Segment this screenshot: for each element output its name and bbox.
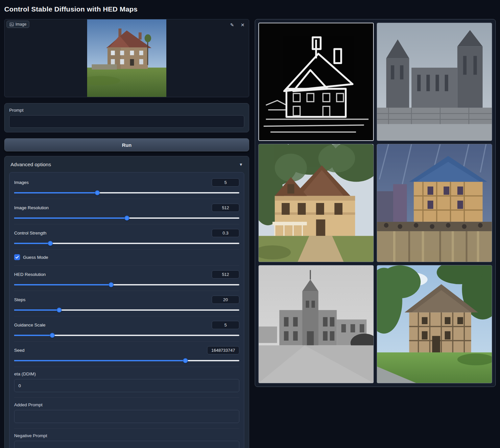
hed-map-image	[259, 23, 373, 140]
eta-block: eta (DDIM)	[14, 367, 239, 398]
prompt-input[interactable]	[9, 115, 244, 128]
hed-resolution-value-box[interactable]: 512	[212, 270, 239, 279]
hed-resolution-slider-block: HED Resolution 512	[14, 266, 239, 291]
control-strength-slider-label: Control Strength	[14, 231, 46, 235]
added-prompt-block: Added Prompt	[14, 398, 239, 429]
steps-slider-thumb[interactable]	[57, 308, 62, 313]
advanced-options-header[interactable]: Advanced options ▼	[9, 161, 244, 172]
guess-mode-checkbox[interactable]	[14, 254, 20, 260]
control-strength-slider[interactable]	[14, 243, 239, 244]
advanced-options-panel: Advanced options ▼ Images 5	[4, 156, 249, 448]
guidance-scale-slider-thumb[interactable]	[50, 333, 55, 338]
control-strength-slider-thumb[interactable]	[48, 241, 53, 246]
image-resolution-slider-thumb[interactable]	[124, 216, 129, 221]
control-strength-slider-block: Control Strength 0.3	[14, 224, 239, 250]
images-slider[interactable]	[14, 192, 239, 193]
run-button[interactable]: Run	[4, 138, 249, 151]
added-prompt-label: Added Prompt	[14, 402, 239, 407]
images-slider-thumb[interactable]	[95, 190, 100, 195]
victorian-house-image	[259, 144, 373, 262]
accordion-collapse-icon: ▼	[239, 162, 243, 167]
guidance-scale-slider[interactable]	[14, 335, 239, 336]
edit-image-icon[interactable]: ✎	[228, 21, 236, 29]
steps-slider-block: Steps 20	[14, 291, 239, 316]
hed-resolution-slider-thumb[interactable]	[108, 282, 113, 287]
hed-resolution-slider-label: HED Resolution	[14, 272, 46, 277]
prompt-panel: Prompt	[4, 103, 249, 132]
control-strength-value-box[interactable]: 0.3	[212, 229, 239, 237]
main-layout: Image ✎ ✕	[4, 19, 496, 448]
images-slider-label: Images	[14, 180, 29, 185]
gallery-item-rainy-painting[interactable]	[377, 144, 492, 262]
steps-slider-label: Steps	[14, 297, 26, 302]
negative-prompt-input[interactable]	[14, 441, 239, 448]
gallery-item-hed-map[interactable]	[258, 23, 374, 141]
negative-prompt-block: Negative Prompt	[14, 429, 239, 448]
run-wrap: Run	[4, 138, 249, 150]
added-prompt-input[interactable]	[14, 410, 239, 423]
guidance-scale-slider-block: Guidance Scale 5	[14, 316, 239, 342]
gallery-item-cathedral[interactable]	[377, 23, 492, 141]
eta-input[interactable]	[14, 379, 239, 392]
guess-mode-row[interactable]: Guess Mode	[14, 254, 239, 260]
page-title: Control Stable Diffusion with HED Maps	[4, 5, 496, 13]
check-icon	[15, 255, 19, 259]
advanced-options-body: Images 5 Image Resolution 512	[9, 172, 244, 448]
guidance-scale-value-box[interactable]: 5	[212, 321, 239, 329]
advanced-options-title: Advanced options	[11, 162, 51, 168]
steps-value-box[interactable]: 20	[212, 296, 239, 304]
seed-slider[interactable]	[14, 360, 239, 361]
cathedral-image	[377, 23, 492, 141]
seed-slider-block: Seed 1648733747	[14, 342, 239, 367]
image-chip: Image	[7, 21, 29, 28]
bw-building-image	[259, 265, 373, 383]
seed-slider-thumb[interactable]	[183, 358, 188, 363]
controls-column: Image ✎ ✕	[4, 19, 249, 448]
guidance-scale-slider-label: Guidance Scale	[14, 323, 45, 327]
image-chip-label: Image	[15, 22, 26, 27]
page: Control Stable Diffusion with HED Maps I…	[0, 0, 500, 448]
image-icon	[10, 22, 14, 27]
prompt-label: Prompt	[9, 108, 244, 113]
eta-label: eta (DDIM)	[14, 371, 239, 376]
image-resolution-slider-block: Image Resolution 512	[14, 199, 239, 224]
gallery-item-victorian-house[interactable]	[258, 144, 374, 262]
results-column	[255, 19, 496, 387]
image-resolution-slider[interactable]	[14, 217, 239, 219]
image-upload-panel[interactable]: Image ✎ ✕	[4, 19, 249, 97]
guess-mode-block: Guess Mode	[14, 250, 239, 266]
output-gallery	[255, 19, 496, 387]
timber-house-image	[377, 265, 492, 383]
images-slider-block: Images 5	[14, 174, 239, 199]
guess-mode-label: Guess Mode	[23, 255, 48, 260]
image-resolution-slider-label: Image Resolution	[14, 205, 49, 210]
image-resolution-value-box[interactable]: 512	[212, 204, 239, 212]
uploaded-house-photo	[87, 19, 166, 97]
image-tools: ✎ ✕	[228, 21, 246, 29]
seed-slider-label: Seed	[14, 348, 25, 353]
images-value-box[interactable]: 5	[212, 178, 239, 187]
gallery-item-timber-house[interactable]	[377, 265, 492, 383]
rainy-painting-image	[377, 144, 492, 262]
hed-resolution-slider[interactable]	[14, 284, 239, 285]
clear-image-icon[interactable]: ✕	[239, 21, 246, 29]
seed-value-box[interactable]: 1648733747	[207, 346, 239, 354]
gallery-item-bw-building[interactable]	[258, 265, 374, 383]
steps-slider[interactable]	[14, 309, 239, 311]
negative-prompt-label: Negative Prompt	[14, 433, 239, 438]
